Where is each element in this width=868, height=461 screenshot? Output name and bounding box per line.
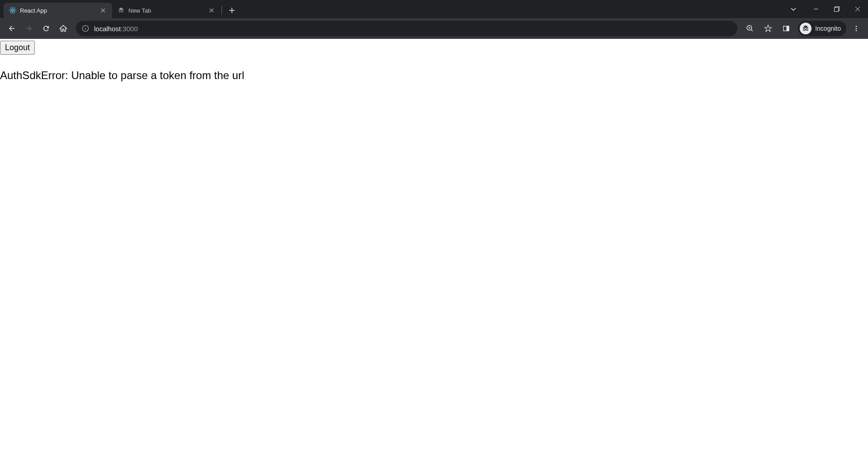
new-tab-button[interactable] [226,4,238,17]
close-icon[interactable] [208,7,215,14]
side-panel-icon[interactable] [778,20,794,37]
svg-rect-7 [835,8,839,12]
close-window-button[interactable] [847,2,868,16]
toolbar-right: Incognito [742,20,864,37]
zoom-icon[interactable] [742,20,758,37]
incognito-avatar-icon [800,23,811,34]
page-content: Logout AuthSdkError: Unable to parse a t… [0,39,868,82]
tab-react-app[interactable]: React App [4,3,112,18]
tab-new-tab[interactable]: New Tab [112,3,221,18]
logout-button[interactable]: Logout [0,41,35,55]
incognito-badge[interactable]: Incognito [798,21,846,36]
svg-point-4 [119,10,121,12]
tab-bar: React App New Tab [0,0,868,18]
forward-button[interactable] [21,20,37,37]
svg-point-14 [806,28,808,31]
svg-point-5 [122,10,123,12]
tab-title: New Tab [128,7,204,14]
home-button[interactable] [55,20,71,37]
info-icon[interactable] [81,24,90,33]
incognito-label: Incognito [815,25,841,32]
url-host: localhost [94,25,121,33]
incognito-icon [118,7,125,14]
menu-icon[interactable] [848,20,864,37]
close-icon[interactable] [99,7,107,14]
svg-rect-12 [787,26,789,31]
toolbar: localhost:3000 [0,18,868,39]
svg-point-17 [856,30,857,31]
maximize-button[interactable] [826,2,847,16]
react-logo-icon [9,7,16,14]
svg-point-0 [12,10,14,11]
svg-point-9 [85,27,85,28]
chevron-down-icon[interactable] [783,2,804,16]
address-bar[interactable]: localhost:3000 [76,21,737,36]
svg-point-13 [803,28,806,31]
minimize-button[interactable] [806,2,826,16]
tab-separator [222,6,222,15]
error-message: AuthSdkError: Unable to parse a token fr… [0,69,868,82]
bookmark-icon[interactable] [760,20,776,37]
window-controls [783,0,868,18]
svg-point-16 [856,28,857,29]
back-button[interactable] [4,20,20,37]
tab-title: React App [20,7,96,14]
svg-point-15 [856,26,857,27]
reload-button[interactable] [38,20,54,37]
url-port: :3000 [121,25,138,33]
browser-chrome: React App New Tab [0,0,868,39]
